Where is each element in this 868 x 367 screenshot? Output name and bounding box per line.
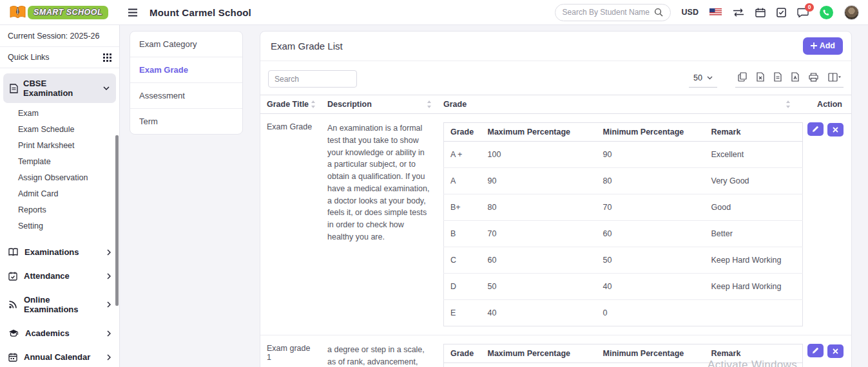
- export-pdf-icon[interactable]: [791, 72, 799, 82]
- description-cell: a degree or step in a scale, as of rank,…: [327, 344, 430, 367]
- currency-selector[interactable]: USD: [682, 8, 699, 17]
- sidebar-item-admit-card[interactable]: Admit Card: [0, 185, 119, 202]
- logo-text: SMART SCHOOL: [28, 6, 108, 19]
- chevron-right-icon: [107, 354, 111, 361]
- message-count-badge: 0: [805, 3, 814, 12]
- grade-detail-table: Grade Maximum Percentage Minimum Percent…: [443, 122, 803, 326]
- export-csv-icon[interactable]: [774, 72, 782, 82]
- graduation-cap-icon: [8, 329, 19, 337]
- export-excel-icon[interactable]: [757, 72, 764, 82]
- student-search-input[interactable]: [563, 8, 650, 17]
- edit-button[interactable]: [807, 344, 824, 357]
- sidebar-item-exam-schedule[interactable]: Exam Schedule: [0, 121, 119, 137]
- page-size-select[interactable]: 50: [689, 71, 717, 88]
- column-header-grade-title[interactable]: Grade Title: [260, 95, 321, 114]
- column-header-action: Action: [796, 95, 851, 114]
- grade-detail-row: B+8070Good: [444, 194, 803, 221]
- menu-item-assessment[interactable]: Assessment: [130, 83, 242, 109]
- current-session-label: Current Session: 2025-26: [0, 25, 119, 47]
- section-label: Attendance: [24, 271, 70, 281]
- grade-detail-row: A +10090Excellent: [444, 142, 803, 168]
- sidebar-item-cbse-examination[interactable]: CBSE Examination: [3, 73, 116, 103]
- calendar-icon[interactable]: [755, 8, 766, 17]
- student-search: [555, 4, 671, 21]
- app-logo[interactable]: SMART SCHOOL: [0, 5, 120, 20]
- copy-icon[interactable]: [738, 72, 747, 82]
- chevron-right-icon: [107, 330, 111, 337]
- sort-icon: [786, 100, 791, 108]
- section-label: Annual Calendar: [24, 352, 90, 362]
- search-icon[interactable]: [654, 8, 663, 17]
- delete-button[interactable]: [827, 344, 844, 358]
- grade-detail-row: E400: [444, 300, 803, 326]
- sidebar-item-setting[interactable]: Setting: [0, 218, 119, 234]
- whatsapp-icon[interactable]: [820, 6, 833, 19]
- exam-grade-table: Grade Title Description Grade: [260, 95, 851, 367]
- sort-icon: [427, 100, 432, 108]
- sidebar-item-assign-observation[interactable]: Assign Observation: [0, 169, 119, 185]
- calendar-icon: [8, 353, 17, 362]
- grade-detail-row: B7060Better: [444, 221, 803, 247]
- chevron-down-icon: [707, 76, 713, 80]
- grade-detail-row: D5040Keep Hard Working: [444, 274, 803, 300]
- section-label: Online Examinations: [24, 295, 101, 314]
- table-search-input[interactable]: [268, 70, 357, 88]
- sidebar: Current Session: 2025-26 Quick Links CBS…: [0, 25, 120, 367]
- transactions-icon[interactable]: [733, 8, 744, 17]
- menu-item-exam-category[interactable]: Exam Category: [130, 32, 242, 57]
- sidebar-item-annual-calendar[interactable]: Annual Calendar: [0, 345, 119, 367]
- sidebar-item-examinations[interactable]: Examinations: [0, 240, 119, 264]
- quick-links-label: Quick Links: [8, 53, 50, 62]
- delete-button[interactable]: [827, 123, 844, 136]
- tasks-icon[interactable]: [776, 8, 786, 17]
- sidebar-item-template[interactable]: Template: [0, 153, 119, 169]
- sidebar-item-reports[interactable]: Reports: [0, 202, 119, 218]
- section-label: Examinations: [24, 247, 79, 257]
- language-flag-icon[interactable]: [709, 8, 722, 16]
- column-header-grade[interactable]: Grade: [437, 95, 796, 114]
- description-cell: An examination is a formal test that you…: [327, 122, 430, 243]
- section-label: Academics: [25, 328, 70, 338]
- exam-settings-menu: Exam Category Exam Grade Assessment Term: [130, 31, 243, 135]
- menu-item-exam-grade[interactable]: Exam Grade: [130, 57, 242, 83]
- school-name: Mount Carmel School: [149, 7, 251, 18]
- grade-detail-table: Grade Maximum Percentage Minimum Percent…: [443, 344, 803, 367]
- grid-icon: [103, 53, 111, 62]
- table-header-row: Grade Title Description Grade: [260, 95, 851, 114]
- add-button[interactable]: Add: [803, 37, 843, 55]
- sidebar-item-exam[interactable]: Exam: [0, 105, 119, 121]
- sidebar-item-attendance[interactable]: Attendance: [0, 264, 119, 288]
- column-visibility-icon[interactable]: [828, 73, 841, 82]
- exam-grade-list-panel: Exam Grade List Add 50: [260, 31, 852, 367]
- calendar-check-icon: [8, 272, 17, 281]
- rss-icon: [8, 300, 17, 309]
- table-row: Exam grade 1 a degree or step in a scale…: [260, 335, 851, 367]
- quick-links[interactable]: Quick Links: [0, 47, 119, 68]
- sidebar-item-label: CBSE Examination: [23, 79, 98, 98]
- sidebar-item-academics[interactable]: Academics: [0, 321, 119, 345]
- page-title: Exam Grade List: [271, 41, 343, 52]
- grade-title-cell: Exam Grade: [260, 114, 321, 335]
- sidebar-item-online-examinations[interactable]: Online Examinations: [0, 288, 119, 321]
- open-book-icon: [8, 248, 18, 256]
- logo-book-icon: [9, 5, 26, 20]
- chevron-right-icon: [107, 273, 111, 279]
- sidebar-item-print-marksheet[interactable]: Print Marksheet: [0, 137, 119, 153]
- messages-icon[interactable]: 0: [797, 8, 809, 17]
- plus-icon: [811, 42, 817, 49]
- chevron-down-icon: [103, 86, 110, 90]
- sidebar-scrollbar[interactable]: [115, 135, 119, 306]
- chevron-right-icon: [107, 301, 111, 308]
- user-avatar[interactable]: [844, 5, 859, 20]
- grade-detail-row: A+10090Excellent: [444, 363, 803, 367]
- edit-button[interactable]: [807, 122, 824, 136]
- menu-item-term[interactable]: Term: [130, 109, 242, 134]
- column-header-description[interactable]: Description: [321, 95, 437, 114]
- grade-detail-row: A9080Very Good: [444, 168, 803, 194]
- document-icon: [10, 84, 18, 93]
- grade-title-cell: Exam grade 1: [260, 335, 321, 367]
- grade-detail-header-row: Grade Maximum Percentage Minimum Percent…: [444, 344, 803, 363]
- print-icon[interactable]: [809, 73, 818, 82]
- table-row: Exam Grade An examination is a formal te…: [260, 114, 851, 335]
- hamburger-menu-icon[interactable]: [128, 8, 138, 17]
